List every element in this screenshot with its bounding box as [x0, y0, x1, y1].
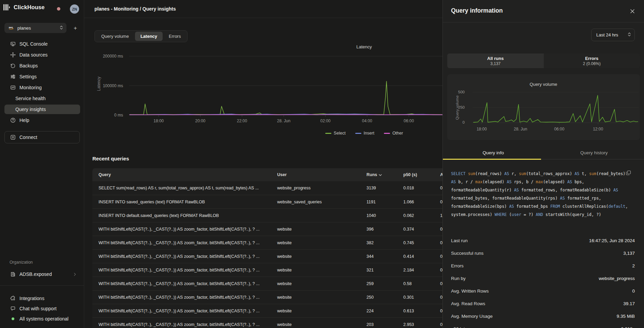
- user-cell: website_saved_queries: [271, 200, 360, 204]
- tab-query-history[interactable]: Query history: [544, 149, 644, 159]
- p50-cell: 0.58: [397, 281, 434, 286]
- query-stats-list: Last run16:47:25, Jun 28 2024Successful …: [451, 234, 635, 328]
- sidebar-item-data-sources[interactable]: Data sources: [4, 50, 80, 60]
- add-service-button[interactable]: +: [72, 25, 79, 32]
- close-icon[interactable]: [630, 9, 635, 14]
- runs-cell: 203: [360, 322, 397, 327]
- query-volume-title: Query volume: [530, 82, 557, 87]
- sidebar-item-settings[interactable]: Settings: [4, 72, 80, 81]
- chevron-right-icon: [73, 272, 80, 276]
- query-cell: SELECT sum(read_rows) AS r, sum(total_ro…: [92, 186, 271, 190]
- tab-query-info[interactable]: Query info: [443, 149, 544, 159]
- service-selector[interactable]: aws planes: [4, 23, 66, 33]
- sidebar-item-monitoring[interactable]: Monitoring: [4, 83, 80, 92]
- y-tick-label: 0: [463, 120, 465, 125]
- tab-latency[interactable]: Latency: [135, 32, 163, 41]
- chat-icon: [10, 306, 16, 311]
- query-cell: WITH bitShiftLeft(CAST(?..), _CAST(?..))…: [92, 295, 271, 300]
- p50-cell: 0.613: [397, 309, 434, 313]
- tab-query-volume[interactable]: Query volume: [96, 32, 134, 41]
- organization-switcher[interactable]: ADSB.exposed: [4, 269, 80, 279]
- p50-cell: 0.062: [397, 213, 434, 218]
- summary-tab-all-runs[interactable]: All runs3,137: [447, 53, 544, 68]
- p50-cell: 0.745: [397, 240, 434, 245]
- p50-cell: 0.018: [397, 186, 434, 190]
- table-row[interactable]: WITH bitShiftLeft(CAST(?..), _CAST(?..))…: [92, 277, 464, 290]
- column-header-p50-s[interactable]: p50 (s): [397, 172, 434, 177]
- table-row[interactable]: WITH bitShiftLeft(CAST(?..), _CAST(?..))…: [92, 304, 464, 317]
- p50-cell: 1.066: [397, 200, 434, 204]
- table-row[interactable]: WITH bitShiftLeft(CAST(?..), _CAST(?..))…: [92, 236, 464, 249]
- table-row[interactable]: INSERT INTO saved_queries (text) FORMAT …: [92, 195, 464, 208]
- runs-cell: 259: [360, 281, 397, 286]
- monitoring-icon: [10, 85, 16, 90]
- runs-cell: 1040: [360, 213, 397, 218]
- organization-name: ADSB.exposed: [19, 271, 69, 277]
- metric-tabs: Query volumeLatencyErrors: [94, 30, 188, 42]
- copy-icon[interactable]: [626, 170, 631, 175]
- query-cell: WITH bitShiftLeft(CAST(?..), _CAST(?..))…: [92, 309, 271, 313]
- sidebar: ClickHouse ZN aws planes + SQL ConsoleDa…: [0, 0, 84, 328]
- legend-swatch: [325, 133, 331, 134]
- sidebar-item-sql-console[interactable]: SQL Console: [4, 39, 80, 49]
- sidebar-item-all-systems-operational[interactable]: All systems operational: [4, 314, 80, 324]
- panel-title: Query information: [451, 7, 503, 14]
- table-row[interactable]: WITH bitShiftLeft(CAST(?..), _CAST(?..))…: [92, 222, 464, 236]
- user-avatar[interactable]: ZN: [70, 4, 79, 14]
- summary-tab-label: All runs: [487, 56, 504, 61]
- table-row[interactable]: WITH bitShiftLeft(CAST(?..), _CAST(?..))…: [92, 249, 464, 263]
- legend-item-select[interactable]: Select: [325, 131, 346, 136]
- column-header-user[interactable]: User: [271, 172, 360, 177]
- legend-item-insert[interactable]: Insert: [355, 131, 374, 136]
- organization-section-label: Organization: [10, 260, 33, 265]
- sidebar-divider: [0, 285, 84, 286]
- column-header-query[interactable]: Query: [92, 172, 271, 177]
- column-header-runs[interactable]: Runs: [360, 172, 397, 177]
- table-row[interactable]: INSERT INTO default.saved_queries (text)…: [92, 208, 464, 222]
- sidebar-item-help[interactable]: Help: [4, 115, 80, 125]
- tab-errors[interactable]: Errors: [163, 32, 186, 41]
- organization-icon: [10, 271, 16, 277]
- summary-tab-value: 3,137: [490, 61, 500, 66]
- stat-value: 0.018s: [621, 326, 635, 328]
- query-volume-chart: [473, 88, 639, 125]
- stat-label: Successful runs: [451, 251, 483, 256]
- legend-item-other[interactable]: Other: [384, 131, 403, 136]
- clickhouse-logo-icon: [3, 4, 11, 11]
- table-row[interactable]: WITH bitShiftLeft(CAST(?..), _CAST(?..))…: [92, 290, 464, 304]
- legend-swatch: [384, 133, 390, 134]
- query-cell: INSERT INTO saved_queries (text) FORMAT …: [92, 200, 271, 204]
- sidebar-item-query-insights[interactable]: Query insights: [4, 105, 80, 114]
- query-information-panel: Query information Last 24 hrs All runs3,…: [443, 0, 644, 328]
- p50-cell: 2.184: [397, 268, 434, 272]
- table-row[interactable]: SELECT sum(read_rows) AS r, sum(total_ro…: [92, 181, 464, 195]
- y-tick-label: 0 ms: [114, 112, 123, 118]
- help-icon: [10, 118, 16, 123]
- sidebar-footer: IntegrationsChat with supportAll systems…: [4, 294, 80, 324]
- query-cell: WITH bitShiftLeft(CAST(?..), _CAST(?..))…: [92, 254, 271, 259]
- stat-value: 16:47:25, Jun 28 2024: [589, 238, 635, 243]
- sidebar-item-chat-with-support[interactable]: Chat with support: [4, 304, 80, 313]
- sidebar-item-backups[interactable]: Backups: [4, 61, 80, 71]
- time-range-value: Last 24 hrs: [596, 32, 628, 37]
- query-cell: WITH bitShiftLeft(CAST(?..), _CAST(?..))…: [92, 240, 271, 245]
- sidebar-item-integrations[interactable]: Integrations: [4, 294, 80, 303]
- summary-tab-errors[interactable]: Errors2 (0.06%): [544, 53, 640, 68]
- stat-row-avg-read-rows: Avg. Read Rows39.17: [451, 297, 635, 310]
- status-dot-icon: [12, 317, 14, 320]
- sidebar-item-label: Integrations: [19, 296, 44, 301]
- sidebar-item-label: Query insights: [15, 107, 46, 112]
- sidebar-item-label: All systems operational: [19, 316, 69, 322]
- x-tick-label: 06:00: [554, 127, 564, 131]
- breadcrumb: planes - Monitoring / Query insights: [94, 6, 176, 12]
- stat-value: 39.17: [623, 301, 635, 306]
- clickhouse-home-link[interactable]: ClickHouse: [3, 4, 45, 11]
- table-row[interactable]: WITH bitShiftLeft(CAST(?..), _CAST(?..))…: [92, 263, 464, 277]
- x-tick-label: 18:00: [153, 119, 164, 123]
- connect-button[interactable]: Connect: [4, 131, 80, 143]
- sidebar-item-service-health[interactable]: Service health: [4, 94, 80, 103]
- user-cell: website: [271, 254, 360, 259]
- sql-query-text: SELECT sum(read_rows) AS r, sum(total_ro…: [451, 170, 637, 219]
- time-range-select[interactable]: Last 24 hrs: [591, 29, 635, 41]
- table-row[interactable]: WITH bitShiftLeft(CAST(?..), _CAST(?..))…: [92, 317, 464, 328]
